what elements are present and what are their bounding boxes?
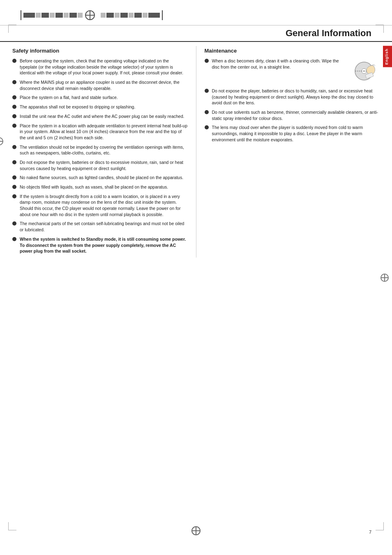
- seg-r4: [120, 13, 128, 18]
- corner-decoration-br: [376, 522, 384, 530]
- maintenance-text-4: The lens may cloud over when the player …: [212, 124, 380, 143]
- bracket-right: [162, 10, 163, 20]
- bullet-dot: [205, 59, 209, 63]
- maintenance-text-2: Do not expose the player, batteries or d…: [212, 88, 380, 106]
- seg4: [50, 13, 55, 18]
- bullet-dot: [205, 125, 209, 129]
- bullet-dot: [12, 160, 16, 164]
- bullet-dot: [12, 114, 16, 118]
- corner-decoration-bl: [8, 522, 16, 530]
- corner-decoration-tr: [376, 25, 384, 33]
- safety-text-5: Install the unit near the AC outlet and …: [20, 113, 188, 120]
- bullet-dot: [12, 237, 16, 241]
- seg7: [69, 13, 77, 18]
- seg8: [78, 13, 83, 18]
- safety-item-9: No naked flame sources, such as lighted …: [12, 175, 188, 181]
- bullet-dot: [12, 105, 16, 109]
- page-number: 7: [369, 530, 371, 534]
- safety-title: Safety information: [12, 48, 188, 54]
- seg2: [36, 13, 41, 18]
- maintenance-item-4: The lens may cloud over when the player …: [205, 124, 380, 143]
- crosshair-top: [85, 10, 95, 20]
- seg-r5: [129, 13, 134, 18]
- safety-text-7: The ventilation should not be impeded by…: [20, 144, 188, 156]
- safety-item-11: If the system is brought directly from a…: [12, 193, 188, 218]
- deco-strip-right: [101, 10, 163, 20]
- safety-item-4: The apparatus shall not be exposed to dr…: [12, 104, 188, 110]
- maintenance-text-wrapper-1: When a disc becomes dirty, clean it with…: [212, 58, 380, 85]
- safety-item-2: Where the MAINS plug or an appliance cou…: [12, 79, 188, 91]
- maintenance-text-1: When a disc becomes dirty, clean it with…: [212, 58, 345, 85]
- deco-strip-left: [21, 10, 83, 20]
- safety-text-3: Place the system on a flat, hard and sta…: [20, 94, 188, 101]
- seg5: [55, 13, 63, 18]
- bullet-dot: [12, 59, 16, 63]
- disc-cleaning-image: [347, 58, 380, 85]
- safety-item-10: No objects filled with liquids, such as …: [12, 184, 188, 190]
- seg1: [23, 13, 35, 18]
- page-title-row: General Information: [0, 25, 392, 42]
- bullet-dot: [12, 95, 16, 99]
- maintenance-title: Maintenance: [205, 48, 380, 54]
- bullet-dot: [12, 145, 16, 149]
- corner-decoration-tl: [8, 25, 16, 33]
- crosshair-left-mid: [0, 137, 3, 145]
- safety-item-5: Install the unit near the AC outlet and …: [12, 113, 188, 120]
- crosshair-bottom-center: [191, 526, 201, 535]
- safety-item-1: Before operating the system, check that …: [12, 58, 188, 76]
- seg-r6: [134, 13, 142, 18]
- safety-text-1: Before operating the system, check that …: [20, 58, 188, 76]
- safety-text-4: The apparatus shall not be exposed to dr…: [20, 104, 188, 110]
- safety-text-6: Place the system in a location with adeq…: [20, 123, 188, 141]
- safety-text-2: Where the MAINS plug or an appliance cou…: [20, 79, 188, 91]
- maintenance-text-image-row: When a disc becomes dirty, clean it with…: [212, 58, 380, 85]
- bullet-dot: [12, 194, 16, 198]
- safety-section: Safety information Before operating the …: [12, 46, 196, 258]
- safety-item-12: The mechanical parts of the set contain …: [12, 221, 188, 233]
- safety-item-7: The ventilation should not be impeded by…: [12, 144, 188, 156]
- seg6: [64, 13, 69, 18]
- bullet-dot: [12, 175, 16, 180]
- safety-item-6: Place the system in a location with adeq…: [12, 123, 188, 141]
- seg-r3: [115, 13, 120, 18]
- safety-text-13: When the system is switched to Standby m…: [20, 236, 188, 254]
- bullet-dot: [12, 124, 16, 128]
- maintenance-item-3: Do not use solvents such as benzene, thi…: [205, 109, 380, 121]
- safety-item-8: Do not expose the system, batteries or d…: [12, 159, 188, 171]
- page-title: General Information: [286, 28, 371, 38]
- bullet-dot: [205, 110, 209, 114]
- maintenance-text-3: Do not use solvents such as benzene, thi…: [212, 109, 380, 121]
- bullet-dot: [12, 80, 16, 84]
- language-tab: English: [383, 46, 392, 67]
- bullet-dot: [205, 89, 209, 93]
- safety-item-13: When the system is switched to Standby m…: [12, 236, 188, 254]
- main-content: Safety information Before operating the …: [0, 46, 392, 258]
- seg-r7: [143, 13, 148, 18]
- safety-item-3: Place the system on a flat, hard and sta…: [12, 94, 188, 101]
- bullet-dot: [12, 185, 16, 189]
- crosshair-right-mid: [380, 274, 389, 282]
- safety-text-8: Do not expose the system, batteries or d…: [20, 159, 188, 171]
- safety-text-12: The mechanical parts of the set contain …: [20, 221, 188, 233]
- bullet-dot: [12, 221, 16, 226]
- seg-r8: [148, 13, 160, 18]
- maintenance-item-1: When a disc becomes dirty, clean it with…: [205, 58, 380, 85]
- page-container: General Information Safety information B…: [0, 0, 392, 555]
- maintenance-item-2: Do not expose the player, batteries or d…: [205, 88, 380, 106]
- maintenance-section: English Maintenance When a disc becomes …: [196, 46, 380, 258]
- seg-r2: [106, 13, 114, 18]
- seg-r1: [101, 13, 106, 18]
- safety-text-10: No objects filled with liquids, such as …: [20, 184, 188, 190]
- safety-text-9: No naked flame sources, such as lighted …: [20, 175, 188, 181]
- top-header: [0, 0, 392, 25]
- seg3: [42, 13, 49, 18]
- disc-cleaning-svg: [347, 58, 380, 85]
- bracket-left: [21, 10, 21, 20]
- safety-text-11: If the system is brought directly from a…: [20, 193, 188, 218]
- safety-bullet-list: Before operating the system, check that …: [12, 58, 188, 254]
